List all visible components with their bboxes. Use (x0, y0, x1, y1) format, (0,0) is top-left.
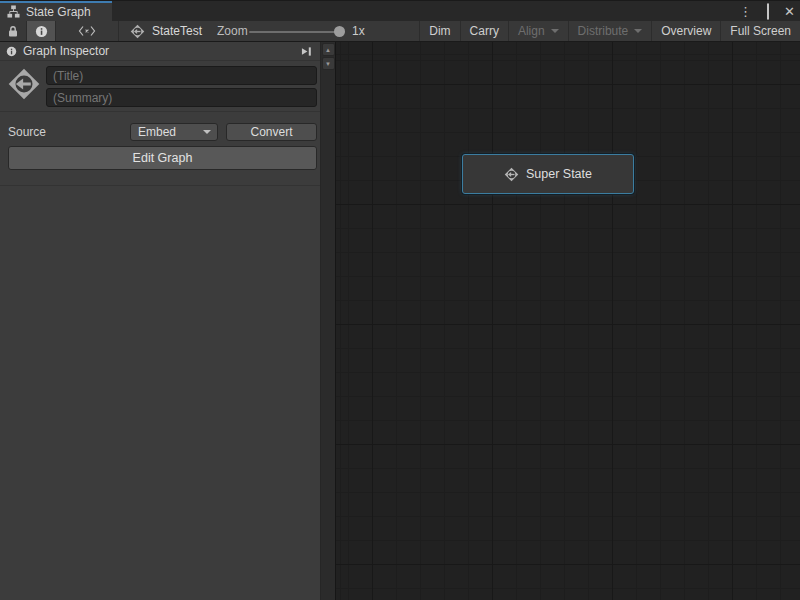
tab-state-graph[interactable]: State Graph (0, 1, 112, 22)
info-icon (35, 25, 48, 38)
breadcrumb-label: StateTest (152, 24, 202, 38)
lock-button[interactable] (0, 21, 27, 41)
inspector-toggle-button[interactable] (27, 21, 56, 41)
graph-canvas[interactable]: Super State (336, 42, 800, 600)
graph-inspector-panel: Graph Inspector Source Embed (0, 42, 335, 600)
code-view-button[interactable] (56, 21, 119, 41)
zoom-slider-track[interactable] (249, 31, 345, 33)
inspector-header: Graph Inspector (0, 42, 320, 61)
zoom-value: 1x (352, 21, 365, 41)
edit-graph-button[interactable]: Edit Graph (8, 146, 317, 170)
chevron-down-icon (203, 130, 211, 134)
lock-icon (6, 24, 20, 38)
window-close-icon[interactable]: ✕ (782, 1, 797, 22)
scroll-up-icon[interactable]: ▲ (322, 43, 335, 56)
divider (0, 185, 320, 186)
window-maximize-icon[interactable] (760, 1, 775, 22)
source-label: Source (8, 123, 46, 141)
hierarchy-icon (7, 5, 20, 18)
chevron-down-icon (634, 29, 642, 33)
breadcrumb-state-test[interactable]: StateTest (130, 21, 202, 41)
info-icon (6, 46, 17, 57)
distribute-button[interactable]: Distribute (568, 21, 652, 41)
full-screen-button[interactable]: Full Screen (720, 21, 800, 41)
graph-title-input[interactable] (46, 66, 317, 85)
state-graph-window: State Graph ⋮ ✕ (0, 0, 800, 600)
zoom-slider-handle[interactable] (334, 26, 345, 37)
code-icon (78, 25, 96, 37)
panel-maximize-icon (300, 46, 313, 57)
toolbar-right-group: Dim Carry Align Distribute Overview Full… (419, 21, 800, 41)
inspector-title: Graph Inspector (23, 44, 109, 58)
panel-maximize-button[interactable] (298, 44, 315, 59)
state-graph-icon (130, 24, 145, 39)
carry-button[interactable]: Carry (460, 21, 508, 41)
window-controls: ⋮ ✕ (738, 1, 797, 22)
tab-label: State Graph (26, 5, 91, 19)
node-label: Super State (526, 167, 592, 181)
state-graph-icon (7, 67, 41, 101)
divider (0, 111, 320, 112)
dim-button[interactable]: Dim (419, 21, 459, 41)
scroll-down-icon[interactable]: ▼ (322, 57, 335, 70)
overview-button[interactable]: Overview (651, 21, 720, 41)
window-menu-icon[interactable]: ⋮ (738, 1, 753, 22)
inspector-scrollbar[interactable]: ▲ ▼ (320, 42, 335, 600)
tab-bar: State Graph ⋮ ✕ (0, 0, 800, 21)
graph-toolbar: StateTest Zoom 1x Dim Carry Align Distri… (0, 21, 800, 42)
source-dropdown[interactable]: Embed (130, 123, 218, 141)
align-button[interactable]: Align (508, 21, 568, 41)
chevron-down-icon (551, 29, 559, 33)
convert-button[interactable]: Convert (226, 123, 317, 141)
node-super-state[interactable]: Super State (462, 154, 634, 194)
graph-summary-input[interactable] (46, 88, 317, 107)
source-dropdown-value: Embed (138, 125, 176, 139)
state-graph-icon (504, 167, 519, 182)
zoom-label: Zoom (217, 21, 248, 41)
